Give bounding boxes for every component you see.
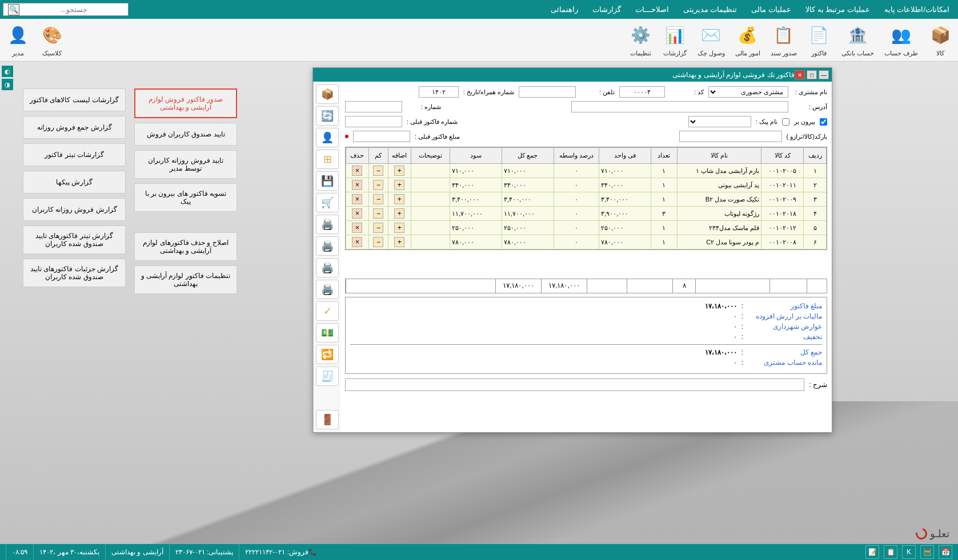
sidebar-print3-icon[interactable]: 🖨️: [316, 258, 339, 277]
panel-report-titles[interactable]: گزارشات تیتر فاکتور: [23, 143, 126, 166]
row-add-button[interactable]: +: [394, 223, 404, 233]
side-btn-2[interactable]: ◑: [2, 79, 13, 90]
ribbon-settings[interactable]: ⚙️تنظیمات: [629, 23, 653, 57]
panel-report-daily-sales[interactable]: گزارش جمع فروش روزانه: [23, 116, 126, 139]
ribbon-classic[interactable]: 🎨کلاسیک: [40, 23, 64, 57]
ribbon-cheque[interactable]: ✉️وصول چک: [698, 23, 725, 57]
panel-invoice-settings[interactable]: تنظیمات فاکتور لوازم آرایشی و بهداشتی: [134, 265, 237, 294]
maximize-icon[interactable]: □: [807, 70, 817, 79]
sidebar-refresh-icon[interactable]: 🔄: [316, 106, 339, 126]
panel-confirm-cashier[interactable]: تایید صندوق کاربران فروش: [134, 123, 237, 146]
th-profit[interactable]: سود: [450, 148, 502, 164]
status-cal-icon[interactable]: 📅: [939, 545, 952, 559]
status-calc-icon[interactable]: 🧮: [920, 545, 934, 559]
row-sub-button[interactable]: −: [373, 166, 383, 176]
search-icon[interactable]: 🔍: [8, 4, 19, 15]
row-del-button[interactable]: ×: [352, 223, 362, 233]
table-row[interactable]: ۲۰۰۱۰۲۰۱۱پد آرایشی بیوتی۱۳۴۰,۰۰۰۰۳۴۰,۰۰۰…: [346, 178, 827, 192]
sidebar-cart-icon[interactable]: 🛒: [316, 193, 339, 212]
menu-financial-ops[interactable]: عملیات مالی: [751, 5, 791, 14]
sidebar-print4-icon[interactable]: 🖨️: [316, 280, 339, 299]
row-add-button[interactable]: +: [394, 237, 404, 247]
panel-issue-invoice[interactable]: صدور فاکتور فروش لوازم آرایشی و بهداشتی: [134, 88, 237, 118]
table-row[interactable]: ۵۰۰۱۰۲۰۱۲قلم ماسک مدل۲۳۴۱۲۵۰,۰۰۰۰۲۵۰,۰۰۰…: [346, 221, 827, 235]
desc-input[interactable]: [345, 378, 804, 391]
sidebar-exit-icon[interactable]: 🚪: [316, 410, 339, 429]
panel-report-confirmed-details[interactable]: گزارش جزئیات فاکتورهای تایید صندوق شده ک…: [23, 259, 126, 287]
date-input[interactable]: [419, 86, 459, 98]
ribbon-product[interactable]: 📦کالا: [928, 23, 952, 57]
status-k-icon[interactable]: K: [902, 545, 916, 559]
row-add-button[interactable]: +: [394, 166, 404, 176]
sidebar-exchange-icon[interactable]: 🔁: [316, 345, 339, 364]
th-desc[interactable]: توضیحات: [411, 148, 450, 164]
menu-reports[interactable]: گزارشات: [592, 5, 621, 14]
panel-edit-delete[interactable]: اصلاح و حذف فاکتورهای لوازم آرایشی و بهد…: [134, 232, 237, 261]
barcode-input[interactable]: [679, 131, 782, 142]
row-del-button[interactable]: ×: [352, 208, 362, 219]
row-sub-button[interactable]: −: [373, 237, 383, 247]
status-doc-icon[interactable]: 📋: [884, 545, 897, 559]
th-sub[interactable]: کم: [368, 148, 388, 164]
row-del-button[interactable]: ×: [352, 194, 362, 204]
outside-checkbox[interactable]: [820, 118, 827, 126]
sidebar-receipt-icon[interactable]: 🧾: [316, 366, 339, 386]
th-unit[interactable]: فی واحد: [599, 148, 651, 164]
menu-basic-info[interactable]: امکانات/اطلاعات پایه: [884, 5, 949, 14]
menu-corrections[interactable]: اصلاحـــات: [635, 5, 669, 14]
ribbon-bank[interactable]: 🏦حساب بانکی: [841, 23, 874, 57]
row-sub-button[interactable]: −: [373, 194, 383, 204]
window-titlebar[interactable]: ✕ □ — فاکتور تك فروشی لوازم آرایشی و بهد…: [313, 68, 832, 82]
ribbon-finance[interactable]: 💰امور مالی: [735, 23, 760, 57]
courier-select[interactable]: [688, 116, 751, 127]
address-input[interactable]: [571, 101, 788, 112]
sidebar-stamp-icon[interactable]: ✓: [316, 301, 339, 321]
search-input[interactable]: [19, 5, 128, 15]
menu-mgmt-settings[interactable]: تنظیمات مدیریتی: [683, 5, 737, 14]
prev-invoice-input[interactable]: [345, 116, 402, 127]
phone-input[interactable]: [519, 86, 576, 98]
ribbon-account[interactable]: 👥طرف حساب: [884, 23, 918, 57]
panel-confirm-daily[interactable]: تایید فروش روزانه کاربران توسط مدیر: [134, 150, 237, 179]
row-add-button[interactable]: +: [394, 208, 404, 219]
code-input[interactable]: [619, 86, 665, 98]
sidebar-money-icon[interactable]: 💵: [316, 323, 339, 343]
ribbon-invoice[interactable]: 📄فاکتور: [807, 23, 831, 57]
status-note-icon[interactable]: 📝: [865, 545, 879, 559]
menu-help[interactable]: راهنمائی: [551, 5, 578, 14]
sidebar-save-icon[interactable]: 💾: [316, 171, 339, 191]
minimize-icon[interactable]: —: [819, 70, 829, 79]
sidebar-grid-icon[interactable]: ⊞: [316, 150, 339, 169]
th-qty[interactable]: تعداد: [651, 148, 677, 164]
sidebar-print-icon[interactable]: 🖨️: [316, 215, 339, 234]
row-add-button[interactable]: +: [394, 194, 404, 204]
panel-report-user-daily[interactable]: گزارش فروش روزانه کاربران: [23, 198, 126, 221]
menu-product-ops[interactable]: عملیات مرتبط به کالا: [805, 5, 870, 14]
table-row[interactable]: ۱۰۰۱۰۲۰۰۵بازم آرایشی مدل شاپ ۱۱۷۱۰,۰۰۰۰۷…: [346, 164, 827, 178]
sidebar-print2-icon[interactable]: 🖨️: [316, 236, 339, 256]
panel-report-couriers[interactable]: گزارش پیکها: [23, 171, 126, 194]
table-row[interactable]: ۶۰۰۱۰۲۰۰۸م پودر سونا مدل C۲۱۷۸۰,۰۰۰۰۷۸۰,…: [346, 235, 827, 249]
row-del-button[interactable]: ×: [352, 166, 362, 176]
row-sub-button[interactable]: −: [373, 223, 383, 233]
courier-checkbox[interactable]: [782, 118, 789, 126]
sidebar-user-icon[interactable]: 👤: [316, 128, 339, 147]
th-row[interactable]: ردیف: [804, 148, 827, 164]
table-row[interactable]: ۳۰۰۱۰۲۰۰۹تکیک صورت مدل B۲۱۳,۴۰۰,۰۰۰۰۳,۴۰…: [346, 192, 827, 207]
prev-amount-input[interactable]: [353, 131, 410, 142]
panel-report-items[interactable]: گزارشات لیست کالاهای فاکتور: [23, 88, 126, 111]
close-icon[interactable]: ✕: [795, 70, 805, 79]
row-del-button[interactable]: ×: [352, 237, 362, 247]
row-sub-button[interactable]: −: [373, 208, 383, 219]
side-btn-1[interactable]: ◐: [2, 66, 13, 77]
row-sub-button[interactable]: −: [373, 180, 383, 190]
th-add[interactable]: اضافه: [388, 148, 411, 164]
table-row[interactable]: ۴۰۰۱۰۲۰۱۸رژگونه لیوتاب۳۳,۹۰۰,۰۰۰۰۱۱,۷۰۰,…: [346, 207, 827, 221]
panel-report-confirmed-titles[interactable]: گزارش تیتر فاکتورهای تایید صندوق شده کار…: [23, 225, 126, 254]
th-del[interactable]: حذف: [346, 148, 369, 164]
sidebar-new-icon[interactable]: 📦: [316, 84, 339, 104]
ribbon-admin[interactable]: 👤مدیر: [6, 23, 30, 57]
ribbon-reports[interactable]: 📊گزارشات: [663, 23, 687, 57]
th-total[interactable]: جمع کل: [502, 148, 554, 164]
number-input[interactable]: [345, 101, 402, 112]
